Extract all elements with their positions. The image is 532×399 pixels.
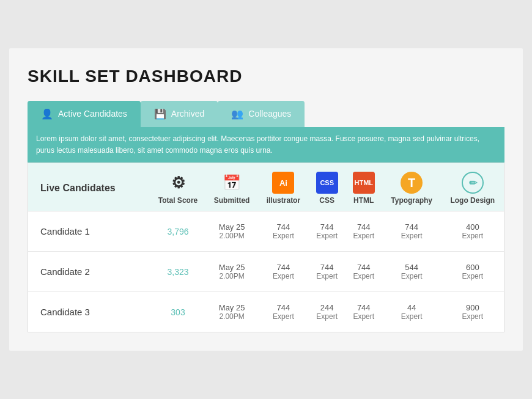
archive-icon: 💾 bbox=[154, 108, 166, 120]
candidate-1-score: 3,796 bbox=[150, 211, 205, 252]
candidate-1-css: 744 Expert bbox=[309, 211, 345, 252]
speedometer-icon: ⚙ bbox=[167, 172, 189, 194]
col-logo-design: ✏ Logo Design bbox=[441, 163, 504, 211]
tab-archived-label: Archived bbox=[171, 109, 204, 119]
candidate-1-html: 744 Expert bbox=[345, 211, 382, 252]
table-header-row: Live Candidates ⚙ Total Score 📅 Submitte… bbox=[28, 163, 504, 211]
col-live-candidates: Live Candidates bbox=[28, 163, 150, 211]
candidate-2-html: 744 Expert bbox=[345, 252, 382, 292]
col-css: CSS CSS bbox=[309, 163, 345, 211]
tab-active-candidates[interactable]: 👤 Active Candidates bbox=[28, 101, 141, 127]
description-bar: Lorem ipsum dolor sit amet, consectetuer… bbox=[28, 127, 504, 163]
candidate-3-submitted: May 25 2.00PM bbox=[205, 292, 258, 332]
candidate-3-typography: 44 Expert bbox=[382, 292, 441, 332]
candidate-2-typography: 544 Expert bbox=[382, 252, 441, 292]
skill-table: Live Candidates ⚙ Total Score 📅 Submitte… bbox=[28, 163, 504, 332]
candidate-2-illustrator: 744 Expert bbox=[258, 252, 308, 292]
candidate-3-illustrator: 744 Expert bbox=[258, 292, 308, 332]
ai-icon: Ai bbox=[272, 172, 294, 194]
table-row: Candidate 1 3,796 May 25 2.00PM 744 Expe… bbox=[28, 211, 504, 252]
tabs-bar: 👤 Active Candidates 💾 Archived 👥 Colleag… bbox=[28, 101, 504, 127]
calendar-icon: 📅 bbox=[221, 172, 243, 194]
group-icon: 👥 bbox=[231, 108, 243, 120]
logo-design-icon: ✏ bbox=[462, 172, 484, 194]
col-total-score: ⚙ Total Score bbox=[150, 163, 205, 211]
candidate-3-html: 744 Expert bbox=[345, 292, 382, 332]
candidate-3-css: 244 Expert bbox=[309, 292, 345, 332]
page-title: Skill Set Dashboard bbox=[28, 67, 504, 86]
candidate-1-illustrator: 744 Expert bbox=[258, 211, 308, 252]
candidate-2-submitted: May 25 2.00PM bbox=[205, 252, 258, 292]
col-typography: T Typography bbox=[382, 163, 441, 211]
table-row: Candidate 2 3,323 May 25 2.00PM 744 Expe… bbox=[28, 252, 504, 292]
description-text: Lorem ipsum dolor sit amet, consectetuer… bbox=[36, 134, 479, 155]
candidate-1-name: Candidate 1 bbox=[28, 211, 150, 252]
candidate-2-name: Candidate 2 bbox=[28, 252, 150, 292]
tab-active-label: Active Candidates bbox=[58, 109, 127, 119]
candidate-2-logo: 600 Expert bbox=[441, 252, 504, 292]
table-row: Candidate 3 303 May 25 2.00PM 744 Expert… bbox=[28, 292, 504, 332]
candidate-3-score: 303 bbox=[150, 292, 205, 332]
css-icon: CSS bbox=[316, 172, 338, 194]
tab-colleagues-label: Colleagues bbox=[248, 109, 291, 119]
svg-text:✏: ✏ bbox=[468, 178, 478, 188]
tab-colleagues[interactable]: 👥 Colleagues bbox=[218, 101, 305, 127]
candidate-2-score: 3,323 bbox=[150, 252, 205, 292]
candidate-1-logo: 400 Expert bbox=[441, 211, 504, 252]
typography-icon: T bbox=[401, 172, 423, 194]
dashboard-container: Skill Set Dashboard 👤 Active Candidates … bbox=[9, 48, 523, 351]
candidate-2-css: 744 Expert bbox=[309, 252, 345, 292]
candidate-3-logo: 900 Expert bbox=[441, 292, 504, 332]
html-icon: HTML bbox=[353, 172, 375, 194]
skill-table-wrapper: Live Candidates ⚙ Total Score 📅 Submitte… bbox=[28, 163, 504, 332]
candidate-1-typography: 744 Expert bbox=[382, 211, 441, 252]
col-html: HTML HTML bbox=[345, 163, 382, 211]
person-icon: 👤 bbox=[41, 108, 53, 120]
candidate-1-submitted: May 25 2.00PM bbox=[205, 211, 258, 252]
tab-archived[interactable]: 💾 Archived bbox=[141, 101, 218, 127]
col-illustrator: Ai illustrator bbox=[258, 163, 308, 211]
col-submitted: 📅 Submitted bbox=[205, 163, 258, 211]
candidate-3-name: Candidate 3 bbox=[28, 292, 150, 332]
